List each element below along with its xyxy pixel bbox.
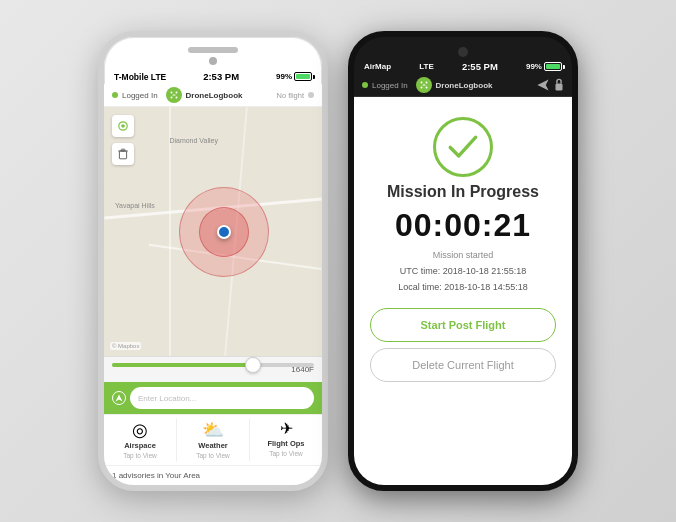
camera <box>209 57 217 65</box>
bottom-menu: ◎ Airspace Tap to View ⛅ Weather Tap to … <box>104 414 322 465</box>
weather-label: Weather <box>198 441 227 450</box>
app-name-white: DroneLogbook <box>186 91 243 100</box>
location-placeholder: Enter Location... <box>138 394 196 403</box>
location-bar[interactable]: Enter Location... <box>104 382 322 414</box>
drone-icon <box>169 90 179 100</box>
advisory-text: 1 advisories in Your Area <box>112 471 200 480</box>
logged-in-label-black: Logged In <box>372 81 408 90</box>
time-text-black: 2:55 PM <box>462 61 498 72</box>
phone-white: T-Mobile LTE 2:53 PM 99% Logged In Drone… <box>98 31 328 491</box>
svg-point-5 <box>121 124 125 128</box>
battery-fill <box>296 74 310 79</box>
weather-sublabel: Tap to View <box>196 452 229 459</box>
slider-value: 1640F <box>112 365 314 374</box>
flightops-icon: ✈ <box>280 421 293 437</box>
location-circle-icon <box>112 391 126 405</box>
app-header-white: Logged In DroneLogbook No flight <box>104 84 322 107</box>
status-bar-black: AirMap LTE 2:55 PM 99% <box>354 59 572 74</box>
mission-started-label: Mission started <box>433 250 494 260</box>
mission-content: Mission In Progress 00:00:21 Mission sta… <box>354 97 572 485</box>
scene: T-Mobile LTE 2:53 PM 99% Logged In Drone… <box>0 0 676 522</box>
mission-timer: 00:00:21 <box>395 207 531 244</box>
battery-icon-dark <box>544 62 562 71</box>
battery-pct: 99% <box>276 72 292 81</box>
svg-point-2 <box>170 97 172 99</box>
location-input[interactable]: Enter Location... <box>130 387 314 409</box>
trash-icon <box>118 148 128 160</box>
svg-rect-14 <box>422 85 425 86</box>
speaker <box>188 47 238 53</box>
top-notch <box>354 37 572 59</box>
logged-in-label: Logged In <box>122 91 158 100</box>
menu-item-airspace[interactable]: ◎ Airspace Tap to View <box>104 415 176 465</box>
flightops-label: Flight Ops <box>267 439 304 448</box>
app-name-black: DroneLogbook <box>436 81 493 90</box>
svg-rect-4 <box>172 95 175 96</box>
app-header-black: Logged In DroneLogbook <box>354 74 572 97</box>
svg-point-13 <box>425 87 427 89</box>
svg-rect-15 <box>556 84 563 91</box>
advisory-bar: 1 advisories in Your Area <box>104 465 322 485</box>
battery-icon <box>294 72 312 81</box>
drone-marker <box>217 225 231 239</box>
airspace-icon: ◎ <box>132 421 148 439</box>
menu-item-flightops[interactable]: ✈ Flight Ops Tap to View <box>250 415 322 465</box>
local-time: Local time: 2018-10-18 14:55:18 <box>398 282 528 292</box>
battery-area-black: 99% <box>526 62 562 71</box>
battery-pct-black: 99% <box>526 62 542 71</box>
logged-in-dot-black <box>362 82 368 88</box>
map-area[interactable]: Diamond Valley Yavapai Hills <box>104 107 322 356</box>
svg-point-3 <box>175 97 177 99</box>
svg-point-1 <box>175 92 177 94</box>
status-bar-white: T-Mobile LTE 2:53 PM 99% <box>104 69 322 84</box>
check-circle <box>433 117 493 177</box>
battery-area: 99% <box>276 72 312 81</box>
signal-text: LTE <box>419 62 434 71</box>
carrier-text: T-Mobile LTE <box>114 72 166 82</box>
menu-item-weather[interactable]: ⛅ Weather Tap to View <box>177 415 249 465</box>
no-flight-text: No flight <box>276 91 304 100</box>
phone-black: AirMap LTE 2:55 PM 99% Logged In DroneLo… <box>348 31 578 491</box>
logged-in-dot <box>112 92 118 98</box>
svg-point-11 <box>425 82 427 84</box>
svg-point-10 <box>420 82 422 84</box>
drone-logo-white <box>166 87 182 103</box>
airspace-sublabel: Tap to View <box>123 452 156 459</box>
wifi-dot <box>308 92 314 98</box>
time-text: 2:53 PM <box>203 71 239 82</box>
location-icon <box>117 120 129 132</box>
header-icons <box>536 78 564 92</box>
mapbox-label: © Mapbox <box>110 342 141 350</box>
slider-container[interactable]: 1640F <box>112 363 314 378</box>
airspace-label: Airspace <box>124 441 156 450</box>
road-v <box>169 107 171 356</box>
plane-icon <box>536 78 550 92</box>
utc-time: UTC time: 2018-10-18 21:55:18 <box>400 266 527 276</box>
svg-point-0 <box>170 92 172 94</box>
front-camera <box>458 47 468 57</box>
lock-icon <box>554 78 564 92</box>
map-btn-trash[interactable] <box>112 143 134 165</box>
svg-point-12 <box>420 87 422 89</box>
weather-icon: ⛅ <box>202 421 224 439</box>
arrow-icon <box>115 394 123 402</box>
mission-title: Mission In Progress <box>387 183 539 201</box>
carrier-text-black: AirMap <box>364 62 391 71</box>
check-icon <box>446 132 480 162</box>
map-label-hills: Yavapai Hills <box>115 202 155 209</box>
battery-fill-dark <box>546 64 560 69</box>
map-label-valley: Diamond Valley <box>169 137 218 144</box>
slider-area[interactable]: 1640F <box>104 356 322 382</box>
svg-rect-7 <box>119 151 126 159</box>
drone-icon-dark <box>419 80 429 90</box>
delete-flight-button[interactable]: Delete Current Flight <box>370 348 556 382</box>
flightops-sublabel: Tap to View <box>269 450 302 457</box>
map-btn-location[interactable] <box>112 115 134 137</box>
mission-buttons: Start Post Flight Delete Current Flight <box>370 308 556 382</box>
start-post-flight-button[interactable]: Start Post Flight <box>370 308 556 342</box>
drone-logo-dark <box>416 77 432 93</box>
